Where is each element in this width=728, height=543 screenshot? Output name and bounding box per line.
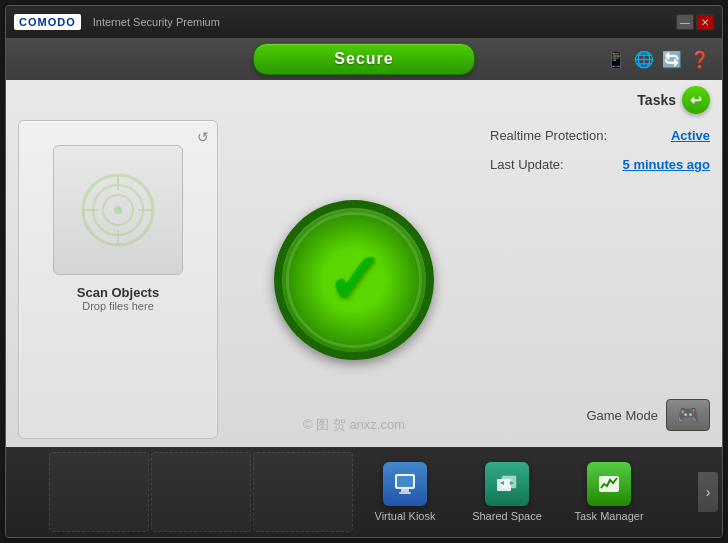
refresh-icon[interactable]: 🔄: [662, 50, 682, 69]
taskmanager-svg: [596, 471, 622, 497]
svg-rect-10: [401, 489, 409, 492]
tasks-button[interactable]: Tasks ↩: [637, 86, 710, 114]
tasks-label: Tasks: [637, 92, 676, 108]
dock-empty-2: [151, 452, 251, 532]
header-icons: 📱 🌐 🔄 ❓: [606, 50, 710, 69]
titlebar: COMODO Internet Security Premium — ✕: [6, 6, 722, 38]
security-status-ring: ✓: [274, 200, 434, 360]
scan-back-icon[interactable]: ↺: [197, 129, 209, 145]
scan-sublabel: Drop files here: [82, 300, 154, 312]
info-panel: Realtime Protection: Active Last Update:…: [490, 120, 710, 439]
game-mode-row: Game Mode 🎮: [490, 399, 710, 431]
app-subtitle: Internet Security Premium: [93, 16, 220, 28]
checkmark-icon: ✓: [325, 245, 384, 315]
kiosk-icon: [383, 462, 427, 506]
game-mode-label: Game Mode: [586, 408, 658, 423]
content-area: ↺ Scan Objects Drop files here: [6, 116, 722, 447]
task-manager-label: Task Manager: [574, 510, 643, 522]
shared-space-label: Shared Space: [472, 510, 542, 522]
last-update-label: Last Update:: [490, 157, 564, 172]
svg-point-3: [114, 206, 122, 214]
kiosk-label: Virtual Kiosk: [375, 510, 436, 522]
phone-icon[interactable]: 📱: [606, 50, 626, 69]
minimize-button[interactable]: —: [676, 14, 694, 30]
realtime-label: Realtime Protection:: [490, 128, 607, 143]
main-content: Tasks ↩ ↺: [6, 80, 722, 447]
scan-label: Scan Objects: [77, 285, 159, 300]
secure-status-button[interactable]: Secure: [253, 43, 474, 75]
watermark: © 图 贺 anxz.com: [303, 416, 405, 434]
svg-rect-13: [502, 476, 516, 488]
comodo-logo: COMODO: [14, 14, 81, 30]
dock-item-virtual-kiosk[interactable]: Virtual Kiosk: [355, 452, 455, 532]
tasks-arrow-icon: ↩: [682, 86, 710, 114]
scan-target-icon: [78, 170, 158, 250]
bottom-dock: Virtual Kiosk Shared Space: [6, 447, 722, 537]
window-controls: — ✕: [676, 14, 714, 30]
shared-icon: [485, 462, 529, 506]
realtime-value[interactable]: Active: [671, 128, 710, 143]
main-window: COMODO Internet Security Premium — ✕ Sec…: [5, 5, 723, 538]
close-button[interactable]: ✕: [696, 14, 714, 30]
game-mode-button[interactable]: 🎮: [666, 399, 710, 431]
last-update-row: Last Update: 5 minutes ago: [490, 157, 710, 172]
last-update-value[interactable]: 5 minutes ago: [623, 157, 710, 172]
svg-rect-11: [399, 492, 411, 494]
svg-rect-9: [397, 476, 413, 487]
scan-panel: ↺ Scan Objects Drop files here: [18, 120, 218, 439]
kiosk-svg: [392, 471, 418, 497]
dock-item-task-manager[interactable]: Task Manager: [559, 452, 659, 532]
tasks-bar: Tasks ↩: [6, 80, 722, 116]
scan-drop-zone[interactable]: [53, 145, 183, 275]
header-bar: Secure 📱 🌐 🔄 ❓: [6, 38, 722, 80]
tasks-manager-icon: [587, 462, 631, 506]
shared-svg: [494, 471, 520, 497]
dock-next-arrow[interactable]: ›: [698, 472, 718, 512]
realtime-protection-row: Realtime Protection: Active: [490, 128, 710, 143]
help-icon[interactable]: ❓: [690, 50, 710, 69]
dock-item-shared-space[interactable]: Shared Space: [457, 452, 557, 532]
dock-empty-3: [253, 452, 353, 532]
logo-area: COMODO Internet Security Premium: [14, 14, 676, 30]
center-area: ✓ © 图 贺 anxz.com: [230, 120, 478, 439]
dock-items: Virtual Kiosk Shared Space: [10, 452, 698, 532]
dock-empty-1: [49, 452, 149, 532]
webcam-icon[interactable]: 🌐: [634, 50, 654, 69]
